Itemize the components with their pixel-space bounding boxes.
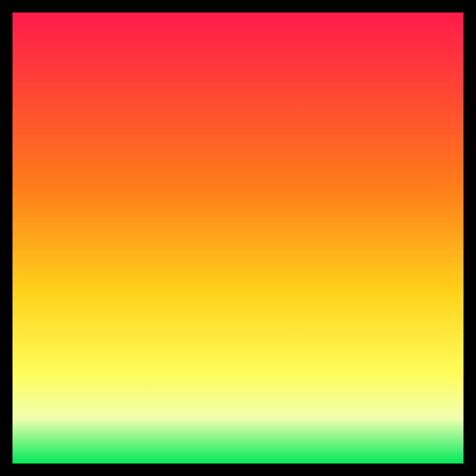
gradient-background — [12, 12, 464, 464]
plot-frame — [12, 12, 464, 464]
bottleneck-chart — [12, 12, 464, 464]
